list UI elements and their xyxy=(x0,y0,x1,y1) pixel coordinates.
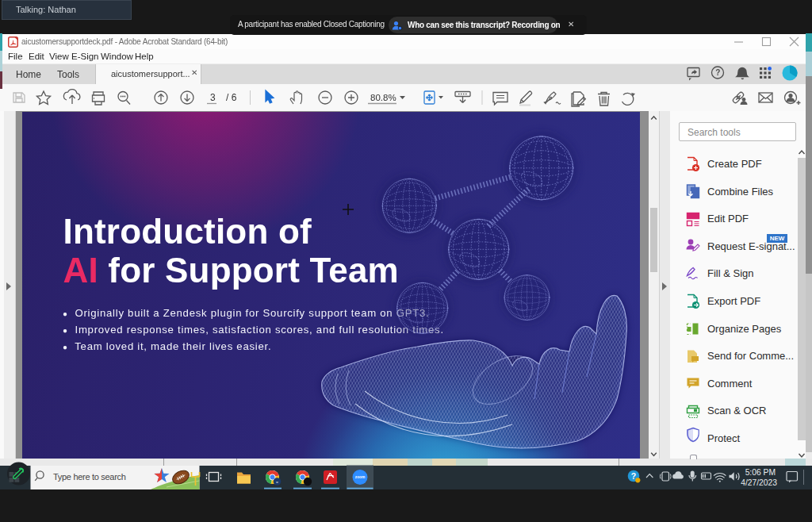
svg-text:?: ? xyxy=(715,68,720,77)
svg-text:/ 6: / 6 xyxy=(226,92,237,103)
svg-text:zoom: zoom xyxy=(355,475,366,479)
svg-text:5:06 PM: 5:06 PM xyxy=(745,468,776,477)
svg-text:?: ? xyxy=(631,471,636,481)
svg-text:Type here to search: Type here to search xyxy=(53,472,126,482)
svg-text:4/27/2023: 4/27/2023 xyxy=(741,478,777,487)
svg-text:80.8%: 80.8% xyxy=(370,93,396,102)
svg-text:3: 3 xyxy=(210,92,216,103)
